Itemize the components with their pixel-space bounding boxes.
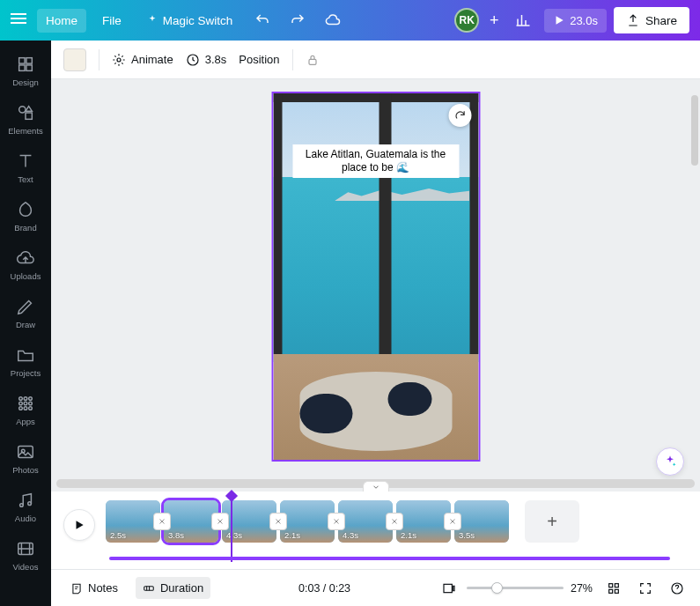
duration-view-button[interactable]: Duration: [136, 577, 210, 599]
window-frame: [273, 93, 478, 102]
share-label: Share: [645, 14, 677, 27]
svg-point-13: [24, 407, 27, 410]
avatar[interactable]: RK: [454, 8, 479, 33]
canvas-viewport[interactable]: Lake Atitlan, Guatemala is the place to …: [51, 79, 700, 491]
timeline-clip[interactable]: 4.3s: [338, 500, 393, 543]
share-icon: [626, 13, 640, 27]
svg-rect-23: [144, 586, 154, 590]
sparkle-icon: [663, 454, 677, 469]
svg-point-8: [29, 397, 33, 401]
clip-duration: 4.3s: [343, 530, 358, 540]
sidebar-item-videos[interactable]: Videos: [0, 532, 51, 579]
timeline-clip[interactable]: 3.8s: [164, 500, 218, 543]
transition-button[interactable]: [269, 513, 287, 530]
sidebar-item-projects[interactable]: Projects: [0, 338, 51, 385]
svg-rect-3: [26, 65, 32, 70]
undo-icon[interactable]: [248, 6, 276, 34]
background-color-swatch[interactable]: [63, 48, 86, 71]
cloud-sync-icon[interactable]: [319, 6, 347, 34]
timeline-clip[interactable]: 3.5s: [454, 500, 509, 543]
transition-button[interactable]: [444, 513, 461, 530]
preview-duration: 23.0s: [570, 14, 598, 27]
svg-point-6: [19, 397, 23, 401]
bg-pouf: [387, 382, 431, 416]
share-button[interactable]: Share: [614, 7, 689, 33]
sidebar-item-audio[interactable]: Audio: [0, 484, 51, 530]
timeline-clip[interactable]: 2.5s: [106, 500, 160, 543]
zoom-slider-thumb[interactable]: [491, 582, 503, 594]
svg-rect-29: [615, 589, 618, 593]
svg-rect-22: [309, 59, 316, 64]
timeline-clip[interactable]: 2.1s: [280, 500, 335, 543]
zoom-percent[interactable]: 27%: [571, 582, 593, 595]
file-link[interactable]: File: [93, 9, 130, 33]
transition-button[interactable]: [328, 513, 345, 530]
add-member-button[interactable]: +: [486, 12, 502, 28]
sidebar-item-brand[interactable]: Brand: [0, 193, 51, 240]
add-page-button[interactable]: +: [525, 500, 579, 543]
svg-rect-28: [609, 589, 613, 593]
help-icon[interactable]: [667, 578, 688, 599]
timeline-play-button[interactable]: [63, 509, 95, 541]
svg-rect-27: [615, 583, 618, 587]
timeline-collapse-handle[interactable]: [363, 481, 389, 491]
chevron-down-icon: [372, 483, 380, 491]
duration-button[interactable]: 3.8s: [186, 53, 227, 67]
magic-assist-button[interactable]: [656, 447, 684, 476]
clip-duration: 2.1s: [284, 530, 300, 540]
transition-button[interactable]: [153, 513, 171, 530]
sidebar-item-apps[interactable]: Apps: [0, 387, 51, 433]
main-row: Design Elements Text Brand Uploads Draw …: [0, 41, 700, 606]
sidebar-item-elements[interactable]: Elements: [0, 96, 51, 143]
window-frame: [379, 93, 391, 354]
animate-button[interactable]: Animate: [112, 53, 173, 67]
vertical-scrollbar[interactable]: [689, 79, 698, 476]
svg-point-4: [19, 107, 26, 113]
zoom-slider[interactable]: [467, 587, 564, 589]
text-caption[interactable]: Lake Atitlan, Guatemala is the place to …: [292, 144, 459, 178]
svg-point-17: [20, 504, 24, 507]
sidebar-item-draw[interactable]: Draw: [0, 290, 51, 336]
position-button[interactable]: Position: [239, 53, 279, 66]
lock-button[interactable]: [306, 53, 320, 67]
sidebar-label: Elements: [8, 126, 43, 136]
sidebar-label: Brand: [14, 223, 36, 233]
sidebar-item-text[interactable]: Text: [0, 144, 51, 191]
analytics-icon[interactable]: [509, 6, 537, 34]
rotate-icon: [453, 109, 466, 122]
sidebar-label: Text: [18, 174, 33, 184]
notes-button[interactable]: Notes: [63, 577, 125, 599]
sidebar-label: Apps: [16, 417, 35, 426]
timeline: 2.5s3.8s4.3s2.1s4.3s2.1s3.5s +: [51, 491, 700, 569]
menu-icon[interactable]: [11, 11, 30, 30]
sidebar-item-photos[interactable]: Photos: [0, 435, 51, 482]
duration-label: 3.8s: [205, 53, 227, 66]
sidebar-label: Uploads: [11, 271, 41, 281]
svg-rect-26: [609, 583, 613, 587]
svg-point-7: [24, 397, 27, 401]
magic-switch-button[interactable]: Magic Switch: [137, 9, 242, 33]
sidebar-item-design[interactable]: Design: [0, 48, 51, 94]
transition-button[interactable]: [211, 513, 229, 530]
vertical-scroll-thumb[interactable]: [691, 95, 698, 166]
clip-strip: 2.5s3.8s4.3s2.1s4.3s2.1s3.5s: [106, 500, 509, 543]
fullscreen-icon[interactable]: [635, 578, 656, 599]
time-display: 0:03 / 0:23: [298, 582, 350, 595]
rotate-handle[interactable]: [448, 104, 471, 127]
transition-icon: [389, 516, 400, 527]
sidebar-label: Videos: [13, 562, 39, 572]
redo-icon[interactable]: [284, 6, 312, 34]
home-link[interactable]: Home: [37, 9, 86, 33]
svg-rect-24: [444, 584, 452, 592]
divider: [292, 49, 293, 70]
view-mode-icon[interactable]: [438, 578, 460, 599]
play-icon: [553, 14, 565, 26]
playhead[interactable]: [231, 495, 232, 562]
design-canvas[interactable]: Lake Atitlan, Guatemala is the place to …: [271, 92, 480, 462]
transition-button[interactable]: [386, 513, 403, 530]
audio-track-line[interactable]: [109, 557, 670, 560]
grid-view-icon[interactable]: [603, 578, 624, 599]
timeline-clip[interactable]: 2.1s: [396, 500, 451, 543]
preview-play-button[interactable]: 23.0s: [544, 9, 607, 33]
sidebar-item-uploads[interactable]: Uploads: [0, 241, 51, 288]
